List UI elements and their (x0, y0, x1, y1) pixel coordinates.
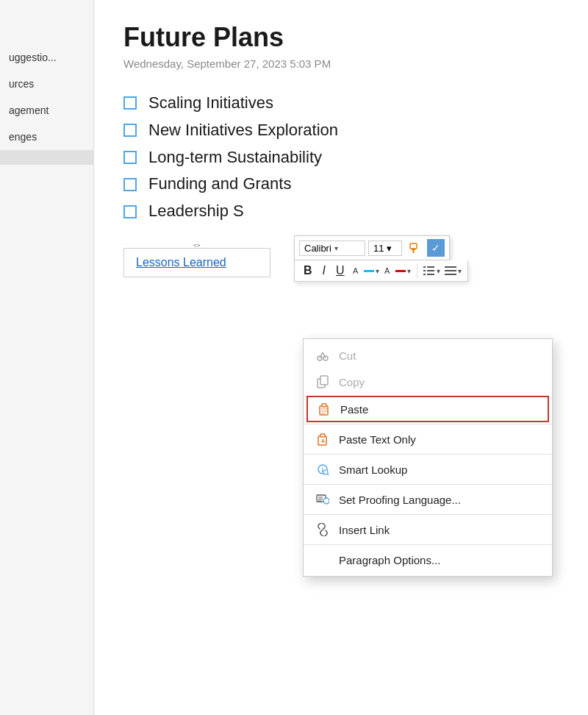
paste-label: Paste (340, 403, 368, 416)
link-icon (315, 522, 330, 537)
font-chevron-icon: ▾ (334, 244, 338, 252)
proofing-icon: i (315, 492, 330, 507)
divider-3 (304, 484, 552, 485)
svg-text:A: A (384, 266, 390, 275)
bold-button[interactable]: B (301, 263, 315, 279)
lessons-area: <> Lessons Learned (123, 248, 270, 277)
checkbox-3[interactable] (123, 151, 137, 164)
smart-lookup-label: Smart Lookup (339, 463, 407, 476)
copy-label: Copy (339, 376, 365, 388)
list-button[interactable]: ▾ (423, 266, 440, 276)
menu-item-smart-lookup[interactable]: i Smart Lookup (304, 456, 552, 483)
accept-button[interactable]: ✓ (427, 239, 445, 257)
highlight-button[interactable] (405, 238, 424, 257)
svg-line-32 (327, 474, 329, 475)
svg-rect-2 (412, 249, 415, 250)
svg-text:A: A (321, 438, 325, 444)
svg-text:A: A (353, 266, 359, 275)
sidebar-item-challenges[interactable]: enges (0, 124, 93, 150)
font-color-chevron-icon[interactable]: ▾ (407, 267, 411, 275)
svg-text:<>: <> (193, 243, 201, 248)
sidebar: uggestio... urces agement enges (0, 0, 94, 715)
scissors-icon (315, 348, 330, 363)
sidebar-item-resources[interactable]: urces (0, 71, 93, 97)
menu-item-paste-text[interactable]: A Paste Text Only (304, 426, 552, 452)
sidebar-item-active[interactable] (0, 150, 93, 165)
font-selector[interactable]: Calibri ▾ (299, 241, 365, 256)
font-color-swatch (395, 270, 406, 272)
checklist-item-4[interactable]: Funding and Grants (123, 173, 559, 196)
context-menu: Cut Copy Paste A (303, 338, 553, 577)
lessons-link[interactable]: Lessons Learned (136, 256, 226, 268)
divider-5 (304, 544, 552, 545)
checkbox-4[interactable] (123, 178, 137, 191)
svg-rect-25 (321, 413, 325, 414)
font-color-button[interactable]: A ▾ (384, 266, 411, 276)
svg-rect-22 (322, 404, 326, 407)
resize-handle[interactable]: <> (191, 243, 203, 249)
smart-lookup-icon: i (315, 462, 330, 477)
sidebar-item-management[interactable]: agement (0, 97, 93, 124)
doc-date: Wednesday, September 27, 2023 5:03 PM (123, 57, 559, 70)
menu-item-copy[interactable]: Copy (304, 369, 552, 395)
paste-text-icon: A (315, 432, 330, 447)
sidebar-item-suggestions[interactable]: uggestio... (0, 44, 93, 71)
font-size-selector[interactable]: 11 ▾ (368, 241, 402, 256)
menu-item-proofing[interactable]: i Set Proofing Language... (304, 486, 552, 513)
paste-text-label: Paste Text Only (339, 433, 416, 446)
list-chevron-icon[interactable]: ▾ (437, 267, 440, 275)
paragraph-label: Paragraph Options... (339, 554, 440, 566)
insert-link-label: Insert Link (339, 524, 390, 536)
svg-rect-9 (427, 266, 434, 268)
svg-rect-3 (413, 250, 415, 253)
svg-rect-20 (320, 376, 328, 385)
proofing-label: Set Proofing Language... (339, 494, 461, 506)
cut-label: Cut (339, 349, 356, 362)
divider-4 (304, 514, 552, 515)
copy-icon (315, 374, 330, 389)
svg-rect-24 (321, 410, 327, 412)
menu-item-cut[interactable]: Cut (304, 342, 552, 369)
svg-rect-10 (427, 270, 434, 271)
svg-rect-1 (410, 243, 417, 249)
svg-text:i: i (325, 499, 326, 504)
menu-item-paragraph[interactable]: Paragraph Options... (304, 547, 552, 573)
svg-rect-6 (423, 266, 426, 268)
menu-item-insert-link[interactable]: Insert Link (304, 516, 552, 543)
svg-rect-23 (321, 408, 327, 410)
checklist-item-1[interactable]: Scaling Initiatives (123, 92, 559, 115)
paragraph-icon (315, 552, 330, 567)
svg-line-39 (321, 528, 325, 532)
checklist: Scaling Initiatives New Initiatives Expl… (123, 92, 559, 223)
paste-icon (317, 402, 331, 416)
checklist-item-3[interactable]: Long-term Sustainability (123, 146, 559, 169)
divider-2 (304, 454, 552, 455)
menu-item-paste[interactable]: Paste (306, 396, 549, 422)
checklist-item-2[interactable]: New Initiatives Exploration (123, 119, 559, 142)
highlight-chevron-icon[interactable]: ▾ (376, 267, 379, 275)
highlight-color-swatch (364, 270, 374, 272)
svg-rect-8 (423, 274, 426, 275)
list2-button[interactable]: ▾ (445, 266, 462, 276)
checkbox-1[interactable] (123, 96, 137, 110)
checklist-item-5[interactable]: Leadership S (123, 200, 559, 223)
text-highlight-color-button[interactable]: A ▾ (352, 266, 379, 276)
divider-1 (304, 424, 552, 424)
doc-title: Future Plans (123, 22, 559, 53)
underline-button[interactable]: U (333, 263, 348, 279)
mini-toolbar-row2: B I U A ▾ A ▾ ▾ ▾ (294, 260, 468, 282)
list2-chevron-icon[interactable]: ▾ (458, 267, 462, 275)
size-chevron-icon: ▾ (387, 243, 392, 254)
toolbar-separator (417, 263, 417, 278)
italic-button[interactable]: I (320, 263, 329, 279)
svg-rect-28 (320, 434, 325, 437)
checkbox-5[interactable] (123, 205, 137, 218)
checkbox-2[interactable] (123, 124, 137, 137)
svg-rect-7 (423, 270, 426, 271)
svg-rect-11 (427, 274, 434, 275)
mini-toolbar: Calibri ▾ 11 ▾ ✓ (294, 235, 450, 260)
